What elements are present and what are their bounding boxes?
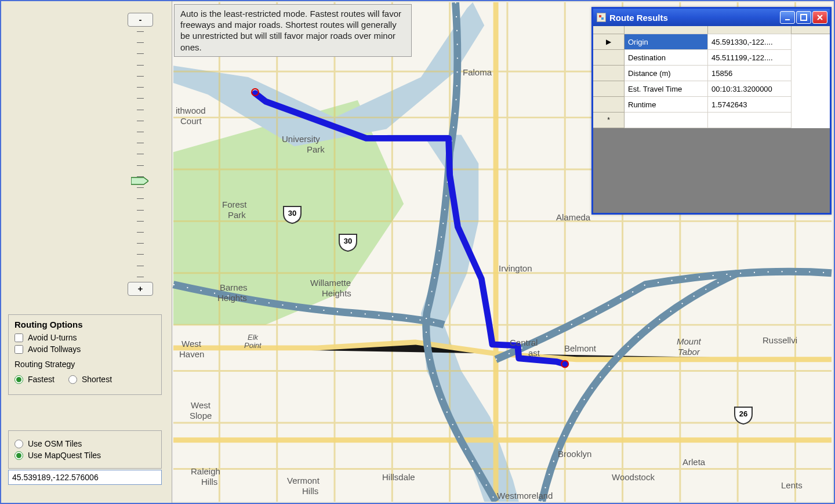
strategy-fastest-label: Fastest: [28, 375, 55, 384]
avoid-uturns-checkbox[interactable]: [14, 333, 23, 342]
routing-strategy-group: Fastest Shortest: [14, 372, 155, 386]
tile-mapquest-label: Use MapQuest Tiles: [28, 451, 101, 460]
grid-row[interactable]: ▶ Origin 45.591330,-122....: [593, 34, 830, 50]
strategy-shortest-radio[interactable]: [68, 375, 77, 384]
routing-strategy-label: Routing Strategy: [14, 360, 155, 369]
zoom-track[interactable]: [128, 27, 153, 282]
grid-row[interactable]: Distance (m) 15856: [593, 66, 830, 81]
left-panel: - + Routing Options Avoid U-turns Avoid …: [1, 1, 172, 503]
close-button[interactable]: [812, 11, 827, 24]
cell-key: Runtime: [625, 97, 708, 113]
grid-row[interactable]: Runtime 1.5742643: [593, 97, 830, 113]
tile-osm-option[interactable]: Use OSM Tiles: [14, 439, 155, 448]
strategy-fastest-option[interactable]: Fastest: [14, 375, 55, 384]
svg-rect-8: [801, 14, 807, 20]
cell-value[interactable]: 15856: [708, 66, 792, 81]
maximize-button[interactable]: [796, 11, 811, 24]
window-icon: [597, 13, 606, 22]
grid-row[interactable]: Destination 45.511199,-122....: [593, 50, 830, 66]
grid-row[interactable]: Est. Travel Time 00:10:31.3200000: [593, 81, 830, 97]
svg-marker-0: [131, 177, 148, 184]
routing-options-heading: Routing Options: [14, 320, 155, 329]
results-grid[interactable]: ▶ Origin 45.591330,-122.... Destination …: [593, 26, 830, 128]
avoid-tollways-label: Avoid Tollways: [28, 345, 81, 354]
cell-key: Distance (m): [625, 66, 708, 81]
strategy-shortest-label: Shortest: [82, 375, 112, 384]
strategy-shortest-option[interactable]: Shortest: [68, 375, 112, 384]
routing-options-panel: Routing Options Avoid U-turns Avoid Toll…: [8, 314, 162, 395]
results-window-title: Route Results: [609, 13, 668, 23]
cell-key: Est. Travel Time: [625, 81, 708, 97]
cell-value[interactable]: 45.591330,-122....: [708, 34, 792, 50]
zoom-handle[interactable]: [131, 176, 148, 186]
tile-osm-label: Use OSM Tiles: [28, 439, 82, 448]
cell-key: Destination: [625, 50, 708, 66]
grid-new-row[interactable]: *: [593, 113, 830, 128]
strategy-fastest-radio[interactable]: [14, 375, 23, 384]
new-row-marker-icon: *: [593, 113, 625, 128]
zoom-in-button[interactable]: +: [128, 282, 153, 296]
avoid-tollways-checkbox[interactable]: [14, 345, 23, 354]
avoid-uturns-label: Avoid U-turns: [28, 333, 77, 342]
cell-value[interactable]: 00:10:31.3200000: [708, 81, 792, 97]
tile-osm-radio[interactable]: [14, 440, 23, 448]
cell-value[interactable]: 1.5742643: [708, 97, 792, 113]
zoom-slider: - +: [128, 13, 153, 303]
grid-header: [593, 26, 830, 34]
coordinate-input[interactable]: [8, 470, 162, 485]
minimize-button[interactable]: [780, 11, 795, 24]
results-titlebar[interactable]: Route Results: [593, 9, 830, 26]
tile-mapquest-option[interactable]: Use MapQuest Tiles: [14, 451, 155, 460]
cell-key: Origin: [625, 34, 708, 50]
tile-source-panel: Use OSM Tiles Use MapQuest Tiles: [8, 430, 162, 469]
route-results-window[interactable]: Route Results ▶ Origin: [591, 7, 832, 215]
tile-mapquest-radio[interactable]: [14, 451, 23, 460]
cell-value[interactable]: 45.511199,-122....: [708, 50, 792, 66]
mode-info-tooltip: Auto is the least-restricted mode. Faste…: [174, 4, 412, 57]
zoom-out-button[interactable]: -: [128, 13, 153, 27]
avoid-uturns-option[interactable]: Avoid U-turns: [14, 333, 155, 342]
map-viewport[interactable]: Auto is the least-restricted mode. Faste…: [172, 2, 833, 502]
avoid-tollways-option[interactable]: Avoid Tollways: [14, 345, 155, 354]
current-row-indicator-icon: ▶: [593, 34, 625, 50]
svg-rect-7: [785, 19, 790, 20]
